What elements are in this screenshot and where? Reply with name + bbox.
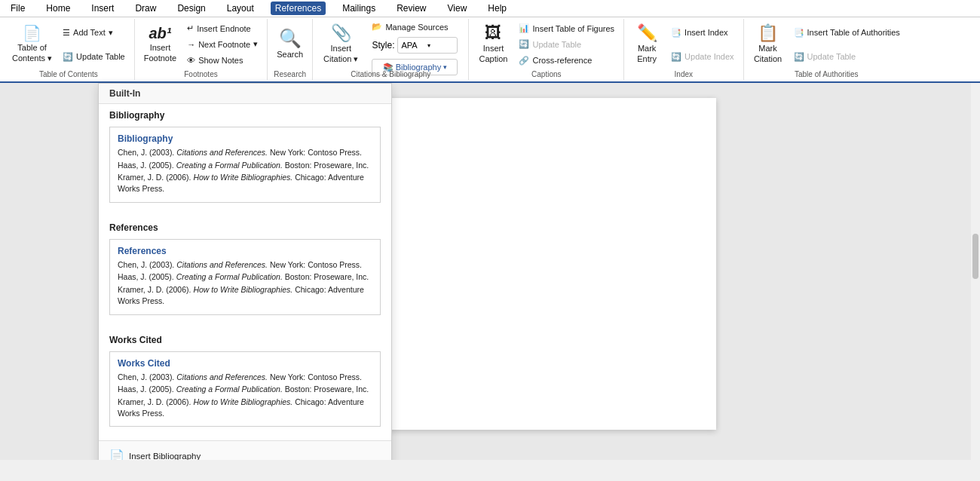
menu-help[interactable]: Help — [483, 2, 511, 15]
search-label: Search — [277, 50, 303, 60]
insert-bibliography-label: Insert Bibliography — [129, 452, 201, 460]
next-footnote-icon: → — [187, 40, 195, 49]
mark-citation-button[interactable]: 📋 MarkCitation — [749, 20, 788, 69]
manage-sources-button[interactable]: 📂 Manage Sources — [367, 20, 462, 33]
ribbon-group-index: ✏️ MarkEntry 📑 Insert Index 🔄 Update Ind… — [624, 19, 743, 80]
insert-table-of-figures-button[interactable]: 📊 Insert Table of Figures — [514, 21, 619, 36]
update-table-authorities-button[interactable]: 🔄 Update Table — [789, 49, 905, 64]
menu-draw[interactable]: Draw — [130, 2, 161, 15]
captions-small-group: 📊 Insert Table of Figures 🔄 Update Table… — [514, 20, 619, 69]
menu-view[interactable]: View — [443, 2, 472, 15]
references-section-title: References — [109, 222, 381, 233]
ribbon-group-captions: 🖼 InsertCaption 📊 Insert Table of Figure… — [469, 19, 624, 80]
update-table-button[interactable]: 🔄 Update Table — [58, 49, 130, 64]
research-buttons: 🔍 Search — [272, 20, 308, 69]
ref-entry-2: Haas, J. (2005). Creating a Formal Publi… — [118, 271, 372, 283]
wc-entry-2: Haas, J. (2005). Creating a Formal Publi… — [118, 384, 372, 395]
insert-caption-label: InsertCaption — [479, 44, 508, 63]
show-notes-button[interactable]: 👁 Show Notes — [182, 53, 262, 68]
manage-sources-icon: 📂 — [372, 22, 382, 32]
insert-index-button[interactable]: 📑 Insert Index — [666, 25, 738, 40]
index-small-group: 📑 Insert Index 🔄 Update Index — [666, 20, 738, 69]
add-text-label: Add Text — [73, 28, 106, 37]
update-table-icon: 🔄 — [63, 52, 73, 62]
toc-label: Table ofContents ▾ — [12, 43, 52, 63]
show-notes-label: Show Notes — [198, 56, 243, 65]
captions-buttons: 🖼 InsertCaption 📊 Insert Table of Figure… — [473, 20, 619, 69]
index-group-label: Index — [629, 69, 738, 80]
bib-entry-3: Kramer, J. D. (2006). How to Write Bibli… — [118, 172, 372, 194]
citations-group-label: Citations & Bibliography — [319, 69, 462, 80]
references-card-title: References — [118, 246, 372, 256]
toc-group-label: Table of Contents — [8, 69, 130, 80]
mark-entry-button[interactable]: ✏️ MarkEntry — [629, 20, 665, 69]
insert-endnote-label: Insert Endnote — [197, 24, 251, 33]
add-text-button[interactable]: ☰ Add Text ▾ — [58, 25, 130, 40]
style-label-text: Style: — [372, 40, 394, 51]
toc-icon: 📄 — [23, 26, 41, 41]
cross-reference-label: Cross-reference — [532, 56, 592, 65]
insert-table-of-authorities-button[interactable]: 📑 Insert Table of Authorities — [789, 25, 905, 40]
cross-ref-icon: 🔗 — [519, 56, 529, 66]
insert-index-icon: 📑 — [671, 28, 681, 38]
dropdown-footer: 📄 Insert Bibliography Save Selection to … — [99, 440, 391, 460]
scrollbar-thumb[interactable] — [972, 234, 978, 279]
style-value: APA — [401, 41, 427, 50]
menu-references[interactable]: References — [271, 2, 326, 15]
mark-citation-icon: 📋 — [758, 25, 778, 41]
ref-entry-1: Chen, J. (2003). Citations and Reference… — [118, 259, 372, 271]
table-of-figures-icon: 📊 — [519, 23, 529, 33]
research-group-label: Research — [272, 69, 308, 80]
footnote-small-group: ↵ Insert Endnote → Next Footnote ▾ 👁 Sho… — [182, 20, 262, 69]
style-dropdown[interactable]: APA ▾ — [397, 37, 458, 54]
authorities-small-group: 📑 Insert Table of Authorities 🔄 Update T… — [789, 20, 905, 69]
citations-small-group: 📂 Manage Sources Style: APA ▾ 📚 Bibliogr… — [367, 20, 462, 69]
update-table-label: Update Table — [76, 52, 125, 61]
menu-home[interactable]: Home — [41, 2, 75, 15]
update-table-captions-button[interactable]: 🔄 Update Table — [514, 37, 619, 52]
menu-insert[interactable]: Insert — [87, 2, 118, 15]
built-in-label: Built-In — [99, 84, 391, 104]
ribbon-group-research: 🔍 Search Research — [268, 19, 313, 80]
menu-layout[interactable]: Layout — [222, 2, 259, 15]
index-buttons: ✏️ MarkEntry 📑 Insert Index 🔄 Update Ind… — [629, 20, 738, 69]
style-caret: ▾ — [427, 42, 454, 49]
references-section: References References Chen, J. (2003). C… — [99, 216, 391, 329]
insert-footnote-button[interactable]: ab¹ InsertFootnote — [139, 20, 181, 69]
menu-bar: File Home Insert Draw Design Layout Refe… — [0, 0, 980, 17]
footnotes-buttons: ab¹ InsertFootnote ↵ Insert Endnote → Ne… — [139, 20, 263, 69]
mark-citation-label: MarkCitation — [754, 44, 782, 63]
scrollbar[interactable] — [971, 83, 980, 460]
toc-button[interactable]: 📄 Table ofContents ▾ — [8, 20, 57, 69]
captions-group-label: Captions — [473, 69, 619, 80]
references-card[interactable]: References Chen, J. (2003). Citations an… — [109, 239, 381, 315]
bibliography-card[interactable]: Bibliography Chen, J. (2003). Citations … — [109, 127, 381, 203]
authorities-group-label: Table of Authorities — [749, 69, 905, 80]
menu-mailings[interactable]: Mailings — [338, 2, 380, 15]
works-cited-card[interactable]: Works Cited Chen, J. (2003). Citations a… — [109, 351, 381, 427]
next-footnote-label: Next Footnote — [198, 40, 250, 49]
bib-entry-1: Chen, J. (2003). Citations and Reference… — [118, 147, 372, 158]
cross-reference-button[interactable]: 🔗 Cross-reference — [514, 53, 619, 68]
show-notes-icon: 👁 — [187, 56, 195, 65]
authorities-buttons: 📋 MarkCitation 📑 Insert Table of Authori… — [749, 20, 905, 69]
menu-file[interactable]: File — [6, 2, 29, 15]
citation-icon: 📎 — [331, 25, 351, 41]
insert-caption-button[interactable]: 🖼 InsertCaption — [473, 20, 513, 69]
next-footnote-button[interactable]: → Next Footnote ▾ — [182, 37, 262, 52]
search-button[interactable]: 🔍 Search — [272, 20, 308, 69]
works-cited-card-title: Works Cited — [118, 358, 372, 369]
insert-citation-button[interactable]: 📎 InsertCitation ▾ — [319, 20, 363, 69]
wc-entry-3: Kramer, J. D. (2006). How to Write Bibli… — [118, 397, 372, 418]
update-index-button[interactable]: 🔄 Update Index — [666, 49, 738, 64]
wc-entry-1: Chen, J. (2003). Citations and Reference… — [118, 372, 372, 383]
main-area: Built-In Bibliography Bibliography Chen,… — [0, 83, 980, 460]
insert-bibliography-item[interactable]: 📄 Insert Bibliography — [109, 446, 381, 460]
ribbon: 📄 Table ofContents ▾ ☰ Add Text ▾ 🔄 Upda… — [0, 17, 980, 83]
menu-review[interactable]: Review — [392, 2, 430, 15]
bib-entry-2: Haas, J. (2005). Creating a Formal Publi… — [118, 160, 372, 171]
insert-bib-icon: 📄 — [109, 449, 124, 460]
works-cited-section: Works Cited Works Cited Chen, J. (2003).… — [99, 329, 391, 441]
menu-design[interactable]: Design — [173, 2, 210, 15]
insert-endnote-button[interactable]: ↵ Insert Endnote — [182, 21, 262, 36]
